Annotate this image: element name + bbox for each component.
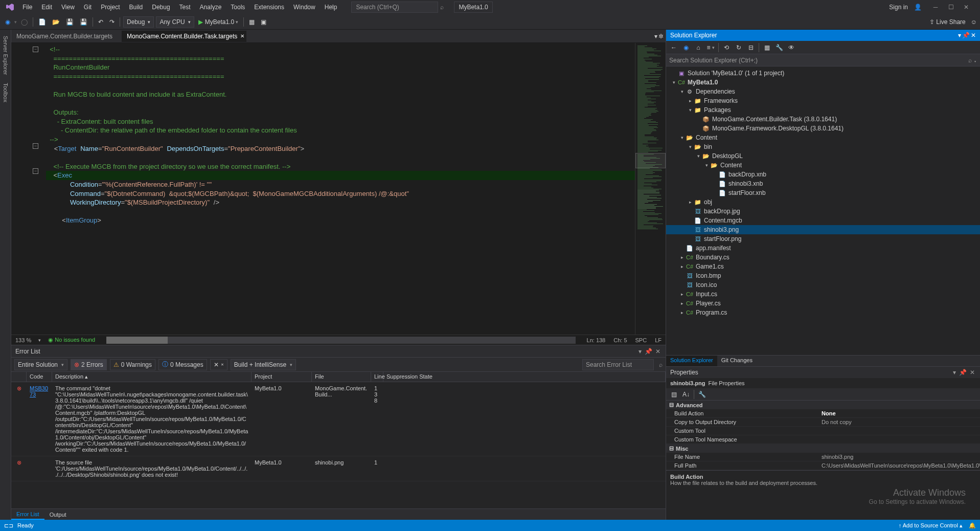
warnings-filter[interactable]: ⚠0 Warnings [110, 359, 155, 370]
panel-close-icon[interactable]: ✕ [971, 32, 976, 39]
tree-item[interactable]: ▸📁obj [666, 197, 980, 207]
tree-item[interactable]: ▸📁Frameworks [666, 96, 980, 105]
chevron-icon[interactable]: ▾ [687, 144, 694, 149]
tree-item[interactable]: ▸C#Boundary.cs [666, 253, 980, 262]
search-icon[interactable]: ⌕ [659, 361, 663, 368]
user-icon[interactable]: 👤 [914, 4, 922, 11]
tree-item[interactable]: 📄shinobi3.xnb [666, 179, 980, 188]
server-explorer-tab[interactable]: Server Explorer [2, 32, 10, 79]
tab-solution-explorer[interactable]: Solution Explorer [666, 356, 717, 366]
add-source-control-button[interactable]: ↑ Add to Source Control ▴ [899, 522, 963, 529]
tree-item[interactable]: ▾C#MyBeta1.0 [666, 78, 980, 87]
collapse-icon[interactable]: ⊟ [669, 445, 674, 452]
tree-item[interactable]: 📦MonoGame.Content.Builder.Task (3.8.0.16… [666, 115, 980, 124]
misc-tool-1[interactable]: ▦ [247, 16, 257, 28]
tab-dropdown-icon[interactable]: ▾ [654, 33, 657, 40]
menu-test[interactable]: Test [175, 2, 195, 13]
menu-build[interactable]: Build [125, 2, 147, 13]
editor-tab[interactable]: MonoGame.Content.Builder.Task.targets✕ [122, 31, 246, 42]
show-all-icon[interactable]: ▦ [761, 42, 772, 53]
save-all-button[interactable]: 💾 [78, 16, 89, 28]
clear-filter-button[interactable]: ✕✕ [210, 359, 227, 370]
property-category[interactable]: ⊟ Advanced [666, 401, 980, 409]
tree-item[interactable]: ▸C#Program.cs [666, 308, 980, 317]
property-value[interactable]: Do not copy [817, 418, 980, 426]
col-file[interactable]: File [312, 372, 371, 382]
error-row[interactable]: ⊗The source file 'C:/Users/MidasWellTune… [11, 456, 666, 481]
start-button[interactable]: ▶ MyBeta1.0 ▾ [196, 16, 240, 28]
chevron-icon[interactable]: ▾ [670, 80, 677, 85]
minimize-button[interactable]: ─ [928, 0, 943, 14]
menu-tools[interactable]: Tools [226, 2, 249, 13]
tree-item[interactable]: 🖼shinobi3.png [666, 225, 980, 234]
solution-search-input[interactable]: Search Solution Explorer (Ctrl+;) ⌕ ▾ [666, 54, 980, 67]
chevron-icon[interactable]: ▾ [678, 89, 686, 94]
bottom-tab-error-list[interactable]: Error List [11, 510, 44, 520]
zoom-level[interactable]: 133 % [15, 337, 31, 343]
categorized-icon[interactable]: ▤ [668, 389, 679, 400]
notifications-icon[interactable]: 🔔 [969, 522, 976, 529]
panel-pin-icon[interactable]: 📌 [962, 32, 970, 39]
fold-toggle[interactable]: − [33, 143, 38, 149]
alphabetical-icon[interactable]: A↓ [680, 389, 692, 400]
panel-dropdown-icon[interactable]: ▾ [952, 369, 957, 376]
build-mode-dropdown[interactable]: Build + IntelliSense [231, 359, 296, 370]
tree-item[interactable]: 📄startFloor.xnb [666, 188, 980, 197]
toolbox-tab[interactable]: Toolbox [2, 79, 10, 106]
debug-icon[interactable]: ⊏⊐ [4, 522, 13, 529]
col-project[interactable]: Project [252, 372, 312, 382]
col-code[interactable]: Code [27, 372, 52, 382]
tab-settings-icon[interactable]: ✲ [658, 33, 664, 40]
chevron-icon[interactable]: ▸ [687, 200, 694, 205]
collapse-icon[interactable]: ⊟ [745, 42, 757, 53]
property-category[interactable]: ⊟ Misc [666, 444, 980, 453]
property-row[interactable]: Copy to Output DirectoryDo not copy [666, 418, 980, 427]
tree-item[interactable]: 🖼Icon.ico [666, 280, 980, 290]
properties-wrench-icon[interactable]: 🔧 [696, 389, 708, 400]
menu-git[interactable]: Git [80, 2, 96, 13]
tree-item[interactable]: ▾📂Content [666, 161, 980, 170]
platform-dropdown[interactable]: Any CPU▾ [156, 16, 194, 28]
tree-item[interactable]: 📄backDrop.xnb [666, 170, 980, 179]
property-row[interactable]: Custom Tool [666, 427, 980, 435]
chevron-icon[interactable]: ▸ [678, 292, 686, 297]
menu-file[interactable]: File [18, 2, 36, 13]
sync-icon[interactable]: ⟲ [721, 42, 732, 53]
property-value[interactable]: None [817, 409, 980, 417]
horizontal-scrollbar[interactable] [106, 337, 575, 344]
refresh-icon[interactable]: ↻ [733, 42, 744, 53]
messages-filter[interactable]: ⓘ0 Messages [158, 359, 207, 370]
minimap-viewport[interactable] [635, 153, 666, 168]
col-description[interactable]: Description ▴ [52, 372, 252, 382]
tree-item[interactable]: ▾📂DesktopGL [666, 151, 980, 161]
chevron-icon[interactable]: ▾ [678, 135, 686, 140]
property-value[interactable]: shinobi3.png [817, 453, 980, 461]
panel-dropdown-icon[interactable]: ▾ [637, 348, 643, 355]
menu-project[interactable]: Project [97, 2, 124, 13]
new-button[interactable]: 📄 [36, 16, 48, 28]
tree-item[interactable]: 📄app.manifest [666, 244, 980, 253]
menu-edit[interactable]: Edit [37, 2, 56, 13]
errors-filter[interactable]: ⊗2 Errors [71, 359, 107, 370]
properties-icon[interactable]: 🔧 [773, 42, 785, 53]
chevron-icon[interactable]: ▸ [678, 264, 686, 269]
col-line[interactable]: Line [371, 372, 383, 382]
property-row[interactable]: Build ActionNone [666, 409, 980, 418]
forward-icon[interactable]: ◉ [680, 42, 692, 53]
close-tab-icon[interactable]: ✕ [240, 33, 244, 39]
line-ending-indicator[interactable]: LF [655, 337, 662, 343]
chevron-icon[interactable]: ▸ [678, 310, 686, 315]
tree-item[interactable]: ▸C#Player.cs [666, 299, 980, 308]
live-share-button[interactable]: ⇪ Live Share [929, 18, 966, 26]
tree-item[interactable]: 📦MonoGame.Framework.DesktopGL (3.8.0.164… [666, 124, 980, 133]
panel-pin-icon[interactable]: 📌 [644, 348, 653, 355]
code-editor[interactable]: <!-- ===================================… [40, 43, 635, 335]
forward-button[interactable]: ◯ [19, 16, 30, 28]
menu-help[interactable]: Help [321, 2, 341, 13]
chevron-icon[interactable]: ▾ [687, 107, 694, 113]
chevron-icon[interactable]: ▸ [678, 301, 686, 306]
col-suppression[interactable]: Suppression State [383, 372, 666, 382]
tree-item[interactable]: 🖼startFloor.png [666, 234, 980, 244]
menu-debug[interactable]: Debug [148, 2, 174, 13]
error-row[interactable]: ⊗MSB3073The command "dotnet "C:\Users\Mi… [11, 382, 666, 456]
